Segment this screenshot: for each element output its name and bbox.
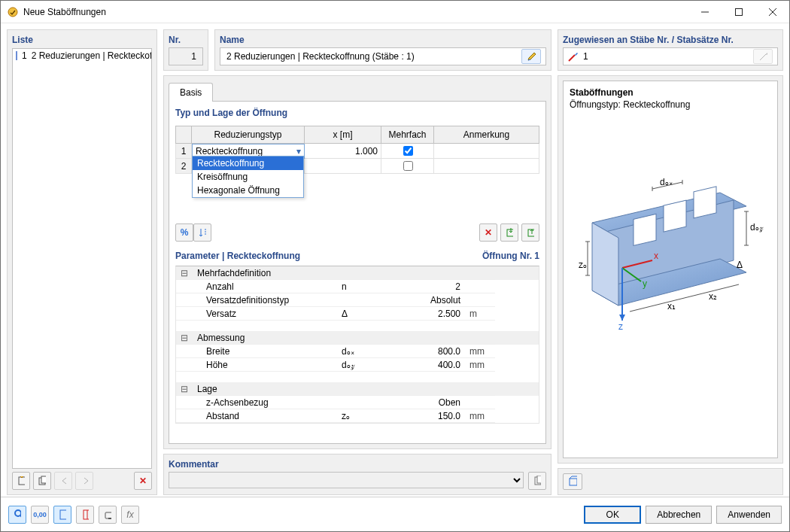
collapse-icon[interactable]: ⊟ <box>176 382 193 396</box>
list-item-swatch <box>16 51 17 60</box>
collapse-icon[interactable]: ⊟ <box>176 266 193 280</box>
multi-checkbox-cell[interactable] <box>381 144 434 159</box>
param-sym: dₒ𝓏 <box>337 358 382 372</box>
apply-button[interactable]: Anwenden <box>716 506 782 524</box>
nr-panel: Nr. 1 <box>163 29 208 71</box>
svg-marker-18 <box>592 223 618 306</box>
svg-text:Δ: Δ <box>737 260 743 270</box>
param-unit <box>465 396 495 409</box>
footer-tool-5[interactable] <box>99 506 117 524</box>
tab-basis[interactable]: Basis <box>169 83 213 102</box>
comment-label: Kommentar <box>169 459 546 470</box>
nav-next-button[interactable] <box>75 472 93 490</box>
svg-text:y: y <box>643 278 647 289</box>
multi-checkbox[interactable] <box>403 161 413 171</box>
reduction-type-dropdown[interactable]: Reckteckoffnung Kreisöffnung Hexagonale … <box>192 156 304 198</box>
param-name: Höhe <box>193 358 337 372</box>
list-title: Liste <box>12 35 152 45</box>
svg-rect-8 <box>507 230 513 236</box>
preview-panel: Staböffnungen Öffnungstyp: Reckteckoffnu… <box>558 75 783 464</box>
comment-apply-button[interactable] <box>528 472 546 490</box>
param-unit: mm <box>465 358 495 372</box>
edit-name-button[interactable] <box>521 49 541 64</box>
param-val[interactable]: Absolut <box>382 293 465 307</box>
param-sym <box>337 396 382 409</box>
view-3d-button[interactable] <box>563 473 582 490</box>
param-name: Anzahl <box>193 280 337 293</box>
svg-rect-2 <box>735 8 742 15</box>
param-name: Abstand <box>193 409 337 423</box>
x-value[interactable]: 1.000 <box>305 144 381 159</box>
pick-members-button[interactable] <box>753 49 773 64</box>
opening-table: Reduzierungstyp x [m] Mehrfach Anmerkung… <box>175 126 539 174</box>
dropdown-option[interactable]: Hexagonale Öffnung <box>193 184 303 197</box>
footer-tool-4[interactable] <box>76 506 94 524</box>
footer-tool-1[interactable] <box>8 506 26 524</box>
param-val[interactable]: Oben <box>382 396 465 409</box>
close-button[interactable] <box>755 1 789 23</box>
name-input[interactable] <box>225 49 517 64</box>
comment-input[interactable] <box>169 472 524 488</box>
remove-row-button[interactable]: ✕ <box>479 223 497 242</box>
param-val[interactable]: 2.500 <box>382 307 465 321</box>
param-sym <box>337 293 382 307</box>
list[interactable]: 1 2 Reduzierungen | Reckteckoffn <box>12 48 152 469</box>
params-opening-nr: Öffnung Nr. 1 <box>482 251 539 261</box>
percent-button[interactable]: % <box>175 223 193 242</box>
cancel-button[interactable]: Abbrechen <box>646 506 712 524</box>
comment-panel: Kommentar <box>163 454 551 495</box>
dropdown-option[interactable]: Kreisöffnung <box>193 170 303 184</box>
svg-text:x₂: x₂ <box>709 291 717 302</box>
param-sym: n <box>337 280 382 293</box>
param-unit: m <box>465 307 495 321</box>
list-item[interactable]: 1 2 Reduzierungen | Reckteckoffn <box>13 49 151 62</box>
params-table: ⊟Mehrfachdefinition Anzahln2 Versatzdefi… <box>175 266 539 424</box>
list-item-number: 1 <box>22 50 27 61</box>
x-value[interactable] <box>305 159 381 174</box>
col-note: Anmerkung <box>434 126 539 144</box>
footer-tool-2[interactable]: 0,00 <box>31 506 49 524</box>
assigned-value[interactable]: 1 <box>583 48 749 65</box>
footer-tool-3[interactable] <box>53 506 71 524</box>
svg-text:dₒ𝓏: dₒ𝓏 <box>750 222 764 233</box>
footer-tool-6[interactable]: fx <box>121 506 139 524</box>
multi-checkbox-cell[interactable] <box>381 159 434 174</box>
dropdown-option[interactable]: Reckteckoffnung <box>193 157 303 170</box>
window-title: Neue Staböffnungen <box>23 7 688 17</box>
multi-checkbox[interactable] <box>403 146 413 156</box>
list-item-label: 2 Reduzierungen | Reckteckoffn <box>32 50 152 61</box>
list-toolbar: ✕ <box>12 469 152 490</box>
svg-line-44 <box>20 515 21 519</box>
assign-icon <box>568 51 579 62</box>
param-val[interactable]: 150.0 <box>382 409 465 423</box>
param-name: Versatz <box>193 307 337 321</box>
nr-value[interactable]: 1 <box>169 47 203 65</box>
svg-rect-11 <box>537 476 541 483</box>
delete-button[interactable]: ✕ <box>134 472 152 490</box>
param-val[interactable]: 2 <box>382 280 465 293</box>
param-sym: zₒ <box>337 409 382 423</box>
col-multi: Mehrfach <box>381 126 434 144</box>
collapse-icon[interactable]: ⊟ <box>176 331 193 345</box>
svg-point-0 <box>8 8 17 17</box>
note-cell[interactable] <box>434 144 539 159</box>
row-index: 2 <box>175 159 192 174</box>
svg-rect-45 <box>60 510 66 519</box>
param-name: Breite <box>193 345 337 358</box>
opening-section-title: Typ und Lage der Öffnung <box>175 108 539 118</box>
nav-prev-button[interactable] <box>54 472 72 490</box>
minimize-button[interactable] <box>688 1 722 23</box>
col-idx <box>175 126 192 144</box>
import-button[interactable] <box>500 223 518 242</box>
ok-button[interactable]: OK <box>584 506 641 524</box>
new-button[interactable] <box>12 472 30 490</box>
svg-rect-49 <box>108 518 111 519</box>
note-cell[interactable] <box>434 159 539 174</box>
copy-button[interactable] <box>33 472 51 490</box>
reduction-type-value: Reckteckoffnung <box>196 146 263 157</box>
param-val[interactable]: 800.0 <box>382 345 465 358</box>
maximize-button[interactable] <box>722 1 755 23</box>
sort-button[interactable] <box>193 223 211 242</box>
export-button[interactable] <box>521 223 539 242</box>
preview-toolbar <box>558 468 783 495</box>
